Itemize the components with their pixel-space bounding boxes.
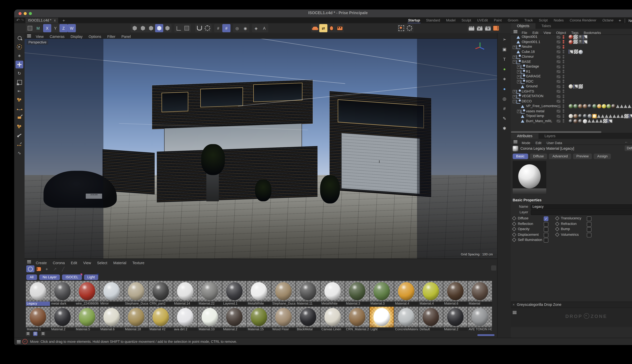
material-tag-icon[interactable]	[569, 84, 573, 88]
render-view-button[interactable]	[467, 24, 476, 32]
pen-icon[interactable]: ✎	[501, 114, 508, 122]
texture-tool-button[interactable]	[183, 24, 191, 32]
selection-tag-icon[interactable]	[601, 114, 604, 118]
material-item[interactable]: Layered.1	[222, 281, 247, 306]
material-thumbnail[interactable]	[370, 307, 394, 328]
expand-toggle-icon[interactable]: +	[513, 46, 516, 49]
material-tag-icon[interactable]	[602, 104, 606, 108]
quantize-button[interactable]: #	[214, 24, 222, 32]
visibility-toggle[interactable]	[557, 36, 560, 38]
tree-row-object001-1[interactable]: Object001.1⇈	[511, 40, 632, 44]
material-item[interactable]: MetalWhite	[247, 281, 271, 306]
layout-tab-script[interactable]: Script	[536, 18, 551, 23]
object-menu-object[interactable]: Object	[553, 31, 569, 35]
layout-tab-octane[interactable]: Octane	[599, 18, 616, 23]
material-tag-icon[interactable]	[578, 114, 582, 118]
expand-toggle-icon[interactable]: +	[517, 110, 520, 113]
tree-row-burri-maro-mrl[interactable]: Burri_Maro_mRL	[511, 118, 632, 124]
material-tag-icon[interactable]	[592, 114, 597, 118]
viewport-menu-panel[interactable]: Panel	[118, 34, 134, 39]
material-horizontal-scrollbar[interactable]	[477, 334, 495, 336]
corona-vfb-button[interactable]	[492, 24, 500, 32]
material-tag-icon[interactable]	[573, 104, 578, 108]
visibility-dots[interactable]	[563, 65, 564, 69]
material-tag-icon[interactable]	[569, 104, 573, 108]
layout-tab-paint[interactable]: Paint	[491, 18, 505, 23]
hand-icon[interactable]: ✱	[501, 124, 508, 132]
phong-tag-icon[interactable]	[573, 84, 578, 88]
compositing-tag-icon[interactable]	[573, 40, 578, 44]
material-preview[interactable]	[513, 161, 546, 194]
material-thumbnail[interactable]	[222, 307, 247, 328]
material-menu-icon[interactable]	[27, 260, 31, 263]
material-item[interactable]: Material.14	[173, 281, 197, 306]
corona-camera-button[interactable]	[336, 24, 344, 32]
document-tab[interactable]: ISOCEL1.c4d *x	[26, 18, 58, 23]
visibility-dots[interactable]	[563, 90, 564, 94]
material-library-button[interactable]	[35, 266, 43, 272]
cursor-icon[interactable]: ➣	[501, 35, 508, 43]
material-tag-icon[interactable]	[583, 119, 587, 123]
filter-chip-isocel[interactable]: ISOCEL	[62, 274, 82, 280]
gear-icon[interactable]: ∗	[501, 75, 508, 82]
selection-tag-icon[interactable]	[591, 119, 595, 122]
uv-mode-button[interactable]	[163, 24, 171, 32]
compositing-tag-icon[interactable]	[573, 34, 578, 39]
material-thumbnail[interactable]	[271, 307, 296, 328]
material-item[interactable]: Material.6	[443, 281, 467, 306]
tree-row-tripod-lamp[interactable]: Tripod lamp	[511, 114, 632, 118]
material-thumbnail[interactable]	[50, 281, 75, 302]
axis-y-button[interactable]: Y	[51, 24, 60, 32]
selection-tag-icon[interactable]	[605, 114, 608, 118]
material-thumbnail[interactable]	[468, 281, 492, 302]
expand-toggle-icon[interactable]: +	[517, 80, 520, 84]
sketch-tool[interactable]	[16, 114, 23, 121]
layer-dropdown[interactable]	[531, 210, 632, 215]
point-mode-button[interactable]	[139, 24, 147, 32]
material-tab-advanced[interactable]: Advanced	[549, 154, 571, 159]
close-icon[interactable]: ×	[513, 303, 515, 307]
channel-checkbox-bump[interactable]	[587, 227, 591, 232]
material-thumbnail[interactable]	[50, 307, 75, 328]
visibility-dots[interactable]	[563, 60, 564, 64]
tree-row-base[interactable]: −BASE	[511, 59, 632, 64]
snap-settings-button[interactable]	[203, 24, 212, 32]
filter-chip-light[interactable]: Light	[84, 274, 98, 280]
visibility-toggle[interactable]	[557, 120, 560, 122]
material-item[interactable]: Material.22	[198, 281, 222, 306]
status-menu-icon[interactable]	[17, 340, 21, 343]
visibility-dots[interactable]	[563, 45, 564, 49]
tab-takes[interactable]: Takes	[535, 23, 557, 29]
material-item[interactable]: Light	[370, 307, 394, 331]
visibility-dots[interactable]	[563, 84, 564, 89]
material-thumbnail[interactable]	[419, 307, 443, 328]
tree-row-garage[interactable]: +GARAGE	[511, 74, 632, 79]
spline-pen-tool[interactable]	[16, 105, 23, 112]
material-item[interactable]: CRN_pan2	[149, 281, 173, 306]
falloff-button[interactable]: ◎	[233, 24, 241, 32]
selection-tag-icon[interactable]	[628, 104, 631, 108]
visibility-dots[interactable]	[563, 104, 564, 108]
selection-tag-icon[interactable]	[631, 104, 632, 108]
material-thumbnail[interactable]	[370, 281, 394, 302]
new-document-tab-button[interactable]: +	[62, 18, 65, 23]
axis-tool-button[interactable]	[174, 24, 183, 32]
material-item[interactable]: CRN_Material.26	[345, 307, 369, 331]
material-menu-create[interactable]: Create	[33, 260, 50, 265]
back-icon[interactable]: ←	[625, 140, 628, 144]
channel-checkbox-reflection[interactable]	[544, 222, 548, 226]
tree-row-lights[interactable]: +LIGHTS	[511, 89, 632, 94]
tree-row-vases-metal[interactable]: +vases metal	[511, 109, 632, 114]
material-item[interactable]: ConcreteMateria_01	[394, 307, 418, 331]
quantize-lock-button[interactable]: #	[222, 24, 231, 32]
material-item[interactable]: Material.4	[394, 281, 418, 306]
material-tag-icon[interactable]	[573, 119, 578, 123]
selection-tag-icon[interactable]	[612, 114, 616, 118]
viewport-menu-options[interactable]: Options	[86, 34, 104, 39]
phong-tag-icon[interactable]	[583, 34, 587, 39]
expand-toggle-icon[interactable]: +	[517, 65, 520, 68]
phong-tag-icon[interactable]	[569, 50, 573, 54]
material-item[interactable]: Stephane_Ducat	[271, 281, 296, 306]
material-tab-preview[interactable]: Preview	[573, 154, 592, 159]
viewport-menu-view[interactable]: View	[33, 34, 47, 39]
